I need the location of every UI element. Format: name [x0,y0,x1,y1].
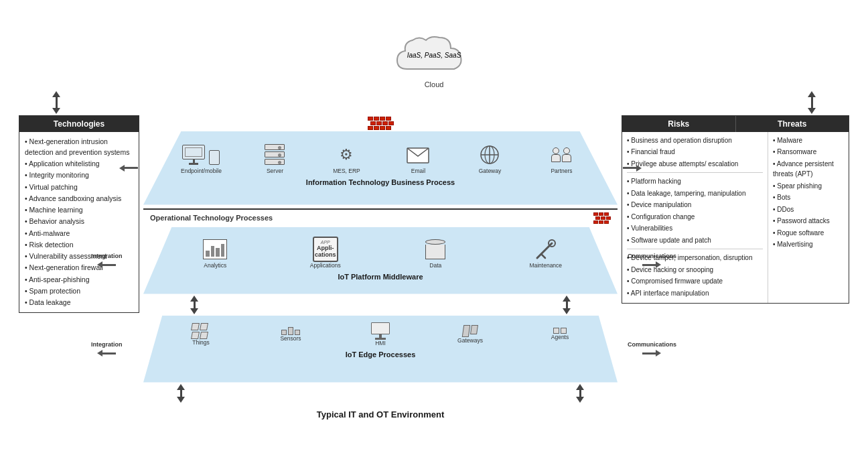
it-layer: Endpoint/mobile [143,115,618,205]
brick [604,212,609,216]
firewall-icon [368,117,394,130]
email-icon [405,142,431,168]
analytics-chart [203,239,227,259]
agent-cube [561,328,567,334]
center-section: Endpoint/mobile [143,115,618,420]
threat-item: DDos [773,204,844,215]
arrow-line [125,167,138,169]
main-layout: Technologies Next-generation intrusion d… [19,115,849,420]
threats-col: MalwareRansomwareAdvance persistent thre… [768,132,849,304]
arrow-head-left [119,165,125,172]
server-unit [265,151,285,157]
tech-item: Risk detection [25,239,133,250]
it-layer-title: Information Technology Business Process [306,178,455,186]
risk-item: Configuration change [627,212,763,222]
firewall-2-icon [593,212,611,224]
agents-label: Agents [551,334,569,340]
server-icon-item: Server [257,142,293,174]
iot-arrow-left [97,261,116,268]
applications-icon-item: APP Appli- cations Applications [307,237,344,269]
agent-cube [553,328,559,334]
brick [370,121,376,125]
endpoint-label: Endpoint/mobile [181,168,222,174]
edge-trapezoid: Things Sensors [143,316,618,383]
threat-item: Malvertising [773,239,844,250]
risks-col: Business and operation disruptionFinanci… [622,132,768,304]
ot-title-row: Operational Technology Processes [143,211,618,225]
bottom-label: Typical IT and OT Environment [317,409,444,420]
cube [200,323,208,330]
risk-item: Business and operation disruption [627,135,763,146]
email-label: Email [411,168,425,174]
arrow-up-icon [808,91,816,97]
edge-icons-area: Things Sensors [157,322,604,346]
it-trapezoid: Endpoint/mobile [143,131,618,205]
endpoint-icon [188,142,214,168]
db-top [425,239,445,245]
brick [604,220,609,224]
tech-item: Data leakage [25,297,133,308]
threat-item: Spear phishing [773,181,844,192]
bottom-arrows [143,384,618,403]
firewall-row [143,117,618,130]
hmi-label: HMI [375,340,386,346]
top-arrow-right [808,91,816,114]
maintenance-label: Maintenance [529,262,562,269]
person-head [553,147,559,154]
sensor-cube [288,327,293,335]
person-head [563,147,570,154]
brick [388,121,394,125]
mes-icon-item: ⚙ MES, ERP [328,142,365,174]
bar [206,251,210,257]
risk-item: Privilege abuse attempts/ escalation [627,159,763,170]
server-unit [265,159,285,165]
chart-bars [206,242,224,257]
top-arrow-left [52,91,60,114]
person-figure [562,147,571,162]
arrow-line [102,264,116,266]
arrow-down-icon [808,108,816,114]
person-figure [551,147,561,162]
risk-item: Device manipulation [627,200,763,210]
brick [374,117,379,121]
arrow-up [576,384,584,390]
arrow-line [102,352,116,355]
arrow-down [177,397,185,403]
analytics-label: Analytics [204,262,226,269]
edge-arrow-right [642,350,661,357]
tech-item: Virtual patching [25,182,133,192]
integration-text-1: Integration [91,253,123,259]
threat-item: Ransomware [773,147,844,157]
app-box: APP Appli- cations [313,237,338,262]
iot-platform-title: IoT Platform Middleware [338,273,423,281]
section-separator [143,208,618,210]
integration-label-2: Integration [91,341,123,357]
mid-arrow-left [190,296,198,314]
brick [382,121,388,125]
bottom-arrow-right [576,384,584,403]
sensors-label: Sensors [280,335,301,342]
brick [374,126,379,130]
brick [601,216,605,220]
arrow-up [177,384,185,390]
risk-item: Vulnerabilities [627,223,763,234]
bar [221,244,225,257]
monitor-base [189,163,198,165]
iot-edge-row: Integration [143,316,618,383]
agents-icon-item: Agents [542,328,579,340]
arrow-line [623,167,636,169]
mid-arrow-right [563,296,571,314]
bar [216,248,220,256]
diagram-container: IaaS, PaaS, SaaS Cloud Technologies Next… [12,25,856,426]
cloud-text: IaaS, PaaS, SaaS [407,52,461,59]
it-trapezoid-row: Endpoint/mobile [143,131,618,205]
risk-item: Compromised firmware update [627,276,763,287]
db-body [425,245,445,259]
person-body [551,154,561,162]
technologies-content: Next-generation intrusion detection and … [19,132,139,313]
risks-divider [627,172,763,173]
sensor-cube [295,330,300,335]
top-arrow-area [19,91,849,114]
tech-item: Anti-spear-phishing [25,274,133,285]
risks-header: Risks [622,116,736,132]
